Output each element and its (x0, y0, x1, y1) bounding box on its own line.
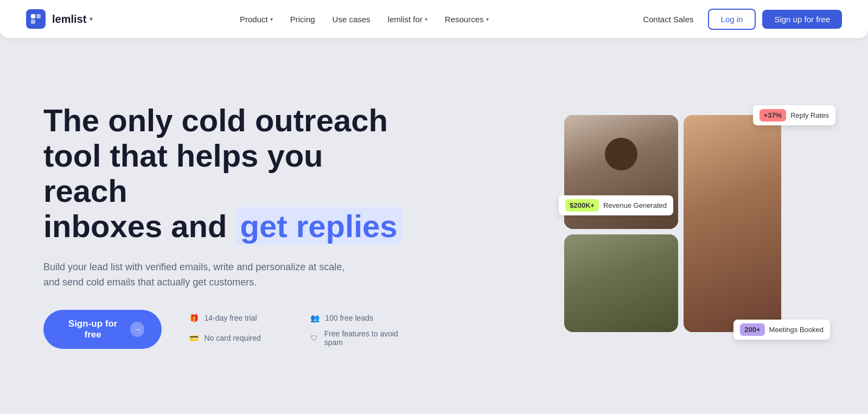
hero-left: The only cold outreach tool that helps y… (43, 103, 412, 360)
video-grid: +37% Reply Rates $200K+ Revenue Generate… (564, 115, 825, 332)
hero-title: The only cold outreach tool that helps y… (43, 103, 412, 244)
svg-rect-1 (36, 14, 41, 18)
hero-right: +37% Reply Rates $200K+ Revenue Generate… (564, 115, 825, 348)
lemlist-for-chevron-icon: ▾ (425, 16, 427, 22)
spam-icon: 🛡 (309, 332, 320, 344)
hero-features: 🎁 14-day free trial 👥 100 free leads 💳 N… (188, 312, 412, 347)
hero-section: The only cold outreach tool that helps y… (0, 38, 868, 414)
nav-pricing[interactable]: Pricing (283, 10, 323, 28)
svg-rect-0 (31, 14, 35, 18)
login-button[interactable]: Log in (708, 9, 756, 30)
nav-use-cases[interactable]: Use cases (325, 10, 378, 28)
navbar: lemlist ▾ Product ▾ Pricing Use cases le… (0, 0, 868, 38)
cta-signup-button[interactable]: Sign-up for free → (43, 310, 162, 349)
nav-resources[interactable]: Resources ▾ (437, 10, 496, 28)
nav-logo-group: lemlist ▾ (26, 9, 93, 29)
feature-trial: 🎁 14-day free trial (188, 312, 291, 324)
video-card-3 (564, 234, 678, 332)
hero-actions: Sign-up for free → 🎁 14-day free trial 👥… (43, 310, 412, 349)
resources-chevron-icon: ▾ (486, 16, 489, 22)
revenue-value: $200K+ (565, 199, 599, 212)
nav-lemlist-for[interactable]: lemlist for ▾ (380, 10, 435, 28)
logo-text: lemlist (52, 13, 86, 26)
feature-spam: 🛡 Free features to avoid spam (309, 329, 412, 347)
person3-thumbnail (564, 234, 678, 332)
person2-thumbnail (684, 115, 781, 332)
revenue-badge: $200K+ Revenue Generated (559, 195, 673, 215)
feature-no-card: 💳 No card required (188, 329, 291, 347)
cta-arrow-icon: → (130, 322, 144, 337)
card-icon: 💳 (188, 332, 200, 344)
nav-product[interactable]: Product ▾ (232, 10, 280, 28)
svg-rect-2 (31, 20, 35, 24)
reply-rate-value: +37% (760, 109, 787, 122)
nav-right: Contact Sales Log in Sign up for free (635, 9, 842, 30)
reply-rates-badge: +37% Reply Rates (753, 105, 835, 125)
product-chevron-icon: ▾ (270, 16, 273, 22)
contact-sales-link[interactable]: Contact Sales (635, 10, 701, 28)
logo-icon (26, 9, 46, 29)
hero-subtitle: Build your lead list with verified email… (43, 259, 347, 291)
meetings-badge: 200+ Meetings Booked (733, 320, 830, 340)
nav-center: Product ▾ Pricing Use cases lemlist for … (232, 10, 496, 28)
hero-highlight: get replies (236, 207, 402, 245)
meetings-value: 200+ (740, 323, 764, 336)
leads-icon: 👥 (309, 312, 321, 324)
trial-icon: 🎁 (188, 312, 200, 324)
video-card-2 (684, 115, 781, 332)
logo-dropdown-icon[interactable]: ▾ (90, 15, 93, 23)
feature-leads: 👥 100 free leads (309, 312, 412, 324)
signup-nav-button[interactable]: Sign up for free (762, 10, 842, 29)
